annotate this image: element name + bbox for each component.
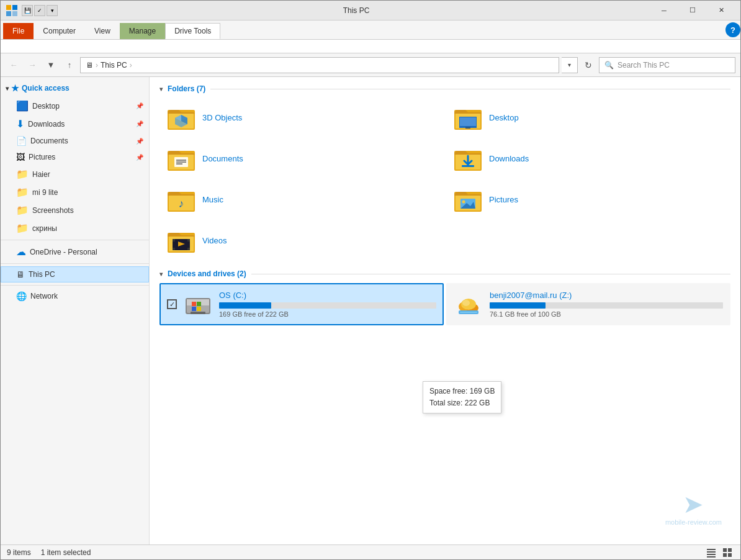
sidebar-item-documents[interactable]: 📄 Documents 📌 [1, 133, 149, 149]
quick-access-star-icon: ★ [11, 83, 19, 93]
folder-videos-icon [166, 225, 196, 255]
qs-dropdown[interactable]: ▾ [47, 5, 58, 16]
pin-icon: 📌 [136, 102, 143, 109]
folders-grid: 3D Objects Desktop [159, 98, 730, 260]
folder-videos-label: Videos [202, 236, 227, 245]
sidebar-item-network[interactable]: 🌐 Network [1, 288, 149, 304]
minimize-button[interactable]: ─ [650, 1, 678, 20]
svg-rect-2 [6, 11, 11, 16]
sidebar-item-pictures[interactable]: 🖼 Pictures 📌 [1, 149, 149, 165]
explorer-window: 💾 ✓ ▾ This PC ─ ☐ ✕ File Computer View M… [0, 0, 741, 560]
sidebar-skins-label: скрины [32, 224, 57, 233]
folder-3d-label: 3D Objects [202, 113, 242, 122]
tab-manage[interactable]: Manage [120, 23, 165, 39]
svg-point-29 [462, 201, 465, 204]
quick-access-header[interactable]: ▾ ★ Quick access [1, 79, 149, 97]
sidebar-item-desktop[interactable]: 🟦 Desktop 📌 [1, 97, 149, 115]
tab-view[interactable]: View [85, 23, 120, 39]
folder-item-pictures[interactable]: Pictures [446, 180, 730, 219]
folder-music-icon: ♪ [166, 184, 196, 214]
folder-item-desktop[interactable]: Desktop [446, 98, 730, 137]
folder-item-videos[interactable]: Videos [159, 221, 444, 260]
sidebar-item-skins[interactable]: 📁 скрины [1, 219, 149, 237]
address-thispc[interactable]: This PC [101, 61, 127, 70]
sidebar-desktop-label: Desktop [32, 102, 60, 111]
search-box[interactable]: 🔍 Search This PC [599, 57, 735, 73]
qs-btn-2[interactable]: ✓ [34, 5, 45, 16]
statusbar-right [704, 546, 734, 559]
svg-rect-36 [173, 248, 175, 250]
screenshots-folder-icon: 📁 [16, 204, 29, 216]
tooltip-space-free-label: Space free: [429, 387, 467, 395]
drive-c-info: OS (C:) 169 GB free of 222 GB [219, 291, 436, 318]
thispc-icon: 🖥 [16, 269, 25, 279]
sidebar-screenshots-label: Screenshots [32, 206, 74, 215]
window-controls: ─ ☐ ✕ [650, 1, 735, 20]
haier-folder-icon: 📁 [16, 168, 29, 180]
tab-drive-tools[interactable]: Drive Tools [165, 23, 220, 39]
close-button[interactable]: ✕ [707, 1, 735, 20]
drive-item-z[interactable]: benji2007@mail.ru (Z:) 76.1 GB free of 1… [446, 283, 730, 325]
folders-section-label: Folders (7) [168, 84, 205, 93]
folder-item-documents[interactable]: Documents [159, 139, 444, 178]
sidebar-item-screenshots[interactable]: 📁 Screenshots [1, 201, 149, 219]
svg-rect-12 [460, 117, 476, 126]
dropdown-button[interactable]: ▼ [43, 57, 59, 73]
svg-rect-46 [191, 312, 205, 314]
sidebar-divider-1 [1, 240, 149, 240]
svg-rect-44 [192, 307, 196, 311]
tooltip-total-size-label: Total size: [429, 399, 462, 407]
tab-computer[interactable]: Computer [34, 23, 85, 39]
sidebar-divider-2 [1, 263, 149, 264]
address-box[interactable]: 🖥 › This PC › [80, 57, 559, 73]
folder-item-3d[interactable]: 3D Objects [159, 98, 444, 137]
content-area: ▾ Folders (7) [150, 77, 740, 544]
search-icon: 🔍 [604, 61, 614, 70]
svg-rect-35 [173, 239, 175, 242]
svg-rect-1 [12, 5, 17, 10]
refresh-button[interactable]: ↻ [580, 57, 596, 73]
drive-z-name: benji2007@mail.ru (Z:) [490, 291, 723, 300]
help-button[interactable]: ? [725, 22, 740, 37]
folder-item-music[interactable]: ♪ Music [159, 180, 444, 219]
sidebar-item-onedrive[interactable]: ☁ OneDrive - Personal [1, 243, 149, 261]
mi9lite-folder-icon: 📁 [16, 186, 29, 198]
up-button[interactable]: ↑ [61, 57, 78, 73]
large-icons-view-button[interactable] [721, 546, 734, 559]
qs-btn-1[interactable]: 💾 [22, 5, 33, 16]
tab-file[interactable]: File [3, 23, 34, 39]
drives-section-label: Devices and drives (2) [168, 269, 246, 278]
drive-c-bar-fill [219, 302, 271, 309]
drive-c-checkbox[interactable]: ✓ [167, 299, 177, 309]
drive-c-name: OS (C:) [219, 291, 436, 300]
ribbon-tabs: File Computer View Manage Drive Tools [1, 20, 220, 39]
svg-rect-52 [460, 312, 477, 313]
window-icon [6, 4, 18, 17]
watermark-text: mobile-review.com [665, 518, 722, 526]
sidebar-item-haier[interactable]: 📁 Haier [1, 165, 149, 183]
desktop-folder-icon: 🟦 [16, 100, 29, 112]
back-button[interactable]: ← [6, 57, 22, 73]
folder-pictures-icon [453, 184, 483, 214]
sidebar-item-downloads[interactable]: ⬇ Downloads 📌 [1, 115, 149, 133]
forward-button[interactable]: → [24, 57, 40, 73]
tooltip-total-size-value: 222 GB [465, 399, 490, 407]
sidebar-onedrive-label: OneDrive - Personal [30, 248, 97, 256]
downloads-folder-icon: ⬇ [16, 118, 24, 130]
onedrive-icon: ☁ [16, 246, 26, 258]
details-view-button[interactable] [704, 546, 718, 559]
drive-z-bar-fill [490, 302, 546, 309]
sidebar-item-mi9lite[interactable]: 📁 mi 9 lite [1, 183, 149, 201]
folders-collapse-arrow[interactable]: ▾ [159, 86, 163, 93]
tooltip-total-size: Total size: 222 GB [429, 397, 495, 409]
network-icon: 🌐 [16, 291, 27, 301]
drives-collapse-arrow[interactable]: ▾ [159, 271, 163, 278]
maximize-button[interactable]: ☐ [678, 1, 707, 20]
drive-item-c[interactable]: ✓ [159, 283, 444, 325]
folder-item-downloads[interactable]: Downloads [446, 139, 730, 178]
ribbon-tab-row: File Computer View Manage Drive Tools ? [1, 20, 740, 39]
sidebar-network-label: Network [30, 292, 58, 300]
sidebar-item-thispc[interactable]: 🖥 This PC [1, 266, 149, 282]
drive-z-info: benji2007@mail.ru (Z:) 76.1 GB free of 1… [490, 291, 723, 318]
address-dropdown-btn[interactable]: ▾ [562, 57, 578, 73]
